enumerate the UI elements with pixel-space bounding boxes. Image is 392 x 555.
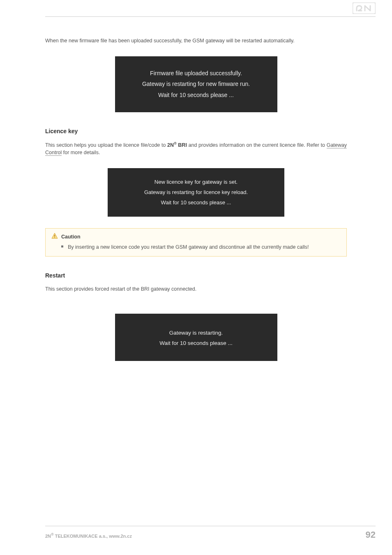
restart-heading: Restart	[45, 272, 347, 279]
restart-paragraph: This section provides forced restart of …	[45, 285, 347, 293]
svg-rect-0	[353, 2, 376, 14]
message-line: Gateway is restarting for new fimware ru…	[123, 79, 269, 90]
firmware-upload-message: Firmware file uploaded successfully. Gat…	[115, 56, 277, 112]
page-number: 92	[366, 530, 376, 540]
licence-key-message: New licence key for gateway is set. Gate…	[108, 168, 284, 217]
licence-key-heading: Licence key	[45, 128, 347, 134]
caution-title: Caution	[61, 234, 81, 240]
brand-logo	[353, 2, 376, 16]
caution-text: By inserting a new licence code you rest…	[68, 244, 309, 250]
message-line: Wait for 10 seconds please ...	[123, 338, 269, 349]
message-line: Firmware file uploaded successfully.	[123, 68, 269, 79]
restart-message: Gateway is restarting. Wait for 10 secon…	[115, 314, 277, 361]
message-line: New licence key for gateway is set.	[116, 177, 276, 187]
caution-callout: Caution By inserting a new licence code …	[45, 228, 347, 257]
message-line: Wait for 10 seconds please ...	[123, 90, 269, 101]
bullet-icon	[61, 245, 63, 247]
intro-paragraph: When the new firmware file has been uplo…	[45, 37, 347, 45]
warning-icon	[51, 233, 58, 241]
message-line: Gateway is restarting.	[123, 328, 269, 338]
licence-key-paragraph: This section helps you upload the licenc…	[45, 141, 347, 157]
svg-rect-1	[54, 235, 55, 237]
svg-rect-2	[54, 237, 55, 238]
footer-company: 2N® TELEKOMUNIKACE a.s., www.2n.cz	[45, 532, 132, 539]
message-line: Wait for 10 seconds please ...	[116, 198, 276, 208]
message-line: Gateway is restarting for licence key re…	[116, 187, 276, 198]
